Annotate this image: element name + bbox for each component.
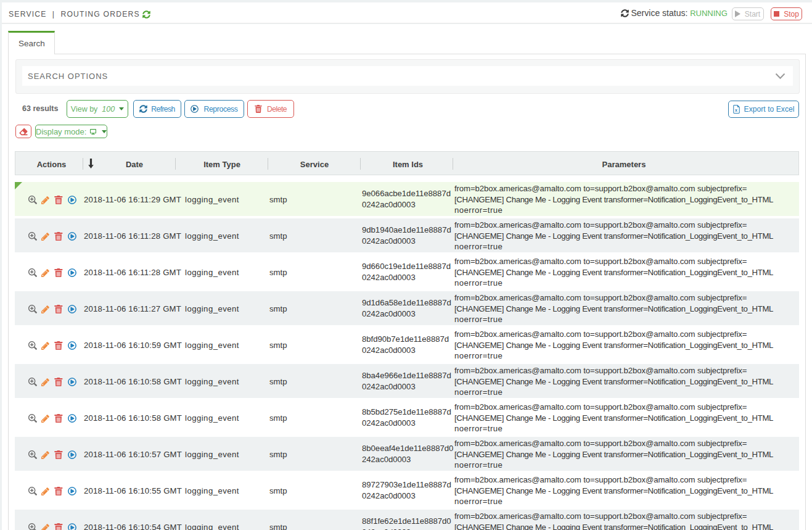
svg-text:x: x [734, 108, 737, 112]
